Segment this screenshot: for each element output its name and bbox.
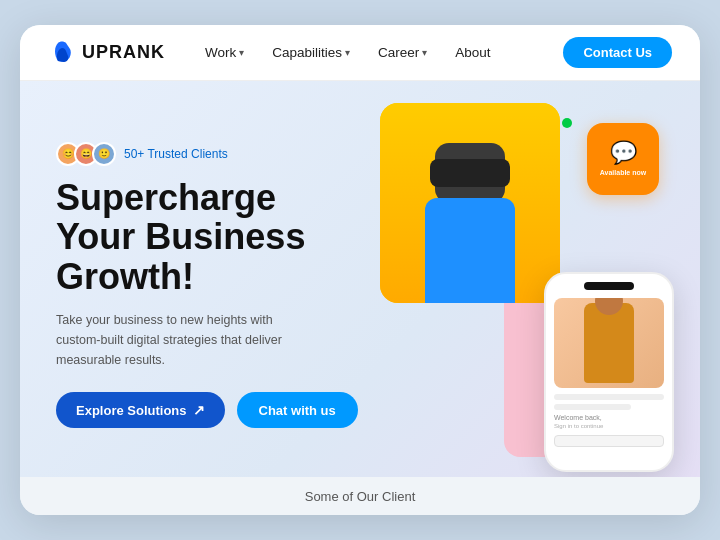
availability-badge: 💬 Available now [587, 123, 659, 195]
phone-person-head [595, 298, 623, 315]
phone-line [554, 394, 664, 400]
hero-title: Supercharge Your Business Growth! [56, 178, 360, 297]
nav-about[interactable]: About [455, 45, 490, 60]
chevron-down-icon: ▾ [239, 47, 244, 58]
logo-icon [48, 39, 76, 67]
hero-right: 💬 Available now Welcome back, Sign in to… [360, 113, 664, 457]
phone-screen: Welcome back, Sign in to continue [546, 290, 672, 455]
nav-capabilities[interactable]: Capabilities ▾ [272, 45, 350, 60]
phone-input-mock [554, 435, 664, 447]
trusted-label: 50+ Trusted Clients [124, 147, 228, 161]
vr-body [425, 198, 515, 303]
phone-image [554, 298, 664, 388]
availability-text: Available now [600, 169, 646, 177]
chat-icon: 💬 [610, 140, 637, 166]
chevron-down-icon: ▾ [422, 47, 427, 58]
trusted-row: 😊 😄 🙂 50+ Trusted Clients [56, 142, 360, 166]
contact-us-button[interactable]: Contact Us [563, 37, 672, 68]
chat-with-us-button[interactable]: Chat with us [237, 392, 358, 428]
nav-links: Work ▾ Capabilities ▾ Career ▾ About [205, 45, 563, 60]
hero-subtitle: Take your business to new heights with c… [56, 310, 296, 370]
bottom-bar: Some of Our Client [20, 477, 700, 515]
chevron-down-icon: ▾ [345, 47, 350, 58]
hero-section: 😊 😄 🙂 50+ Trusted Clients Supercharge Yo… [20, 81, 700, 477]
phone-notch [584, 282, 634, 290]
phone-line [554, 404, 631, 410]
avatar: 🙂 [92, 142, 116, 166]
phone-mockup: Welcome back, Sign in to continue [544, 272, 674, 472]
hero-left: 😊 😄 🙂 50+ Trusted Clients Supercharge Yo… [56, 113, 360, 457]
hero-buttons: Explore Solutions ↗ Chat with us [56, 392, 360, 428]
brand-name: UPRANK [82, 42, 165, 63]
arrow-icon: ↗ [193, 402, 205, 418]
nav-career[interactable]: Career ▾ [378, 45, 427, 60]
navbar: UPRANK Work ▾ Capabilities ▾ Career ▾ Ab… [20, 25, 700, 81]
clients-label: Some of Our Client [305, 489, 416, 504]
vr-figure [410, 133, 530, 303]
nav-work[interactable]: Work ▾ [205, 45, 244, 60]
online-indicator [562, 118, 572, 128]
phone-welcome-text: Welcome back, [554, 414, 664, 421]
vr-person-visual [380, 103, 560, 303]
explore-solutions-button[interactable]: Explore Solutions ↗ [56, 392, 225, 428]
phone-signin-text: Sign in to continue [554, 423, 664, 429]
logo: UPRANK [48, 39, 165, 67]
vr-headset [435, 143, 505, 203]
main-card: UPRANK Work ▾ Capabilities ▾ Career ▾ Ab… [20, 25, 700, 515]
vr-card [380, 103, 560, 303]
phone-person [584, 303, 634, 383]
avatar-stack: 😊 😄 🙂 [56, 142, 116, 166]
